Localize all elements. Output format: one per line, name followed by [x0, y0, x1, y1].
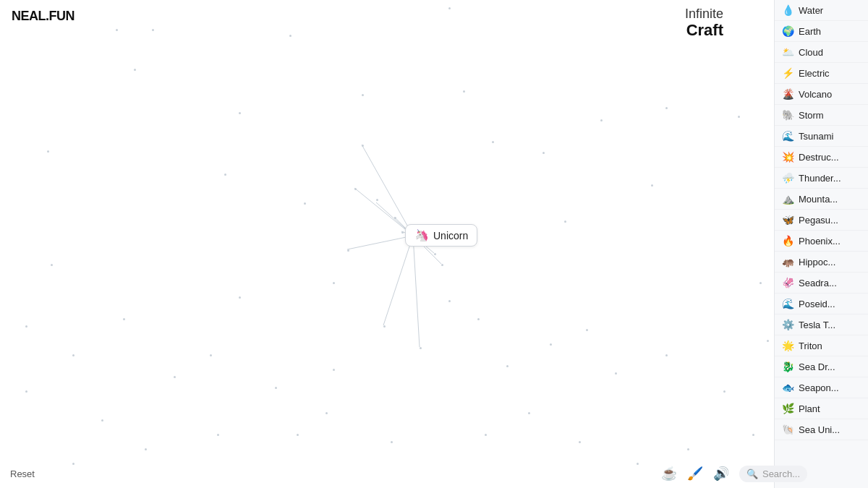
- background-dot: [304, 202, 306, 205]
- sidebar-item-15[interactable]: ⚙️Tesla T...: [775, 314, 868, 335]
- background-dot: [174, 376, 176, 378]
- background-dot: [376, 199, 378, 201]
- background-dot: [687, 448, 689, 450]
- item-label: Sea Dr...: [799, 361, 835, 372]
- sidebar-item-7[interactable]: 💥Destruc...: [775, 147, 868, 168]
- item-emoji: 🦛: [782, 256, 794, 267]
- sidebar-item-11[interactable]: 🔥Phoenix...: [775, 231, 868, 252]
- background-dot: [217, 434, 219, 436]
- background-dot: [333, 282, 335, 284]
- reset-button[interactable]: Reset: [10, 468, 35, 479]
- background-dot: [326, 412, 328, 414]
- background-dot: [485, 434, 487, 436]
- background-dot: [394, 217, 396, 219]
- background-dot: [506, 365, 509, 367]
- item-emoji: 🔥: [782, 235, 794, 247]
- sidebar-item-19[interactable]: 🌿Plant: [775, 398, 868, 419]
- coffee-icon[interactable]: ☕: [661, 466, 677, 481]
- item-label: Storm: [799, 110, 824, 121]
- background-dot: [239, 296, 241, 299]
- item-emoji: 🌟: [782, 340, 794, 351]
- item-label: Destruc...: [799, 152, 839, 163]
- sidebar-item-6[interactable]: 🌊Tsunami: [775, 126, 868, 147]
- sidebar-item-18[interactable]: 🐟Seapon...: [775, 377, 868, 398]
- background-dot: [383, 325, 386, 328]
- item-emoji: ⚙️: [782, 319, 794, 330]
- item-label: Earth: [799, 26, 821, 37]
- background-dot: [434, 253, 436, 255]
- item-label: Mounta...: [799, 194, 838, 205]
- item-label: Plant: [799, 403, 820, 414]
- unicorn-element[interactable]: 🦄 Unicorn: [405, 224, 477, 247]
- item-emoji: 💧: [782, 4, 794, 16]
- sidebar-item-3[interactable]: ⚡Electric: [775, 63, 868, 84]
- svg-line-5: [354, 188, 413, 236]
- background-dot: [564, 221, 566, 223]
- item-emoji: ⛰️: [782, 193, 794, 205]
- background-dot: [448, 7, 451, 9]
- item-label: Tesla T...: [799, 320, 835, 330]
- brand-logo[interactable]: NEAL.FUN: [12, 9, 75, 24]
- background-dot: [134, 69, 136, 71]
- item-label: Triton: [799, 341, 822, 351]
- sidebar: 💧Water🌍Earth🌥️Cloud⚡Electric🌋Volcano🐘Sto…: [774, 0, 868, 488]
- bottom-bar: Reset ☕ 🖌️ 🔊 🔍 Search...: [0, 459, 817, 488]
- sidebar-item-0[interactable]: 💧Water: [775, 0, 868, 21]
- sidebar-item-16[interactable]: 🌟Triton: [775, 335, 868, 356]
- item-label: Water: [799, 5, 823, 16]
- sidebar-item-5[interactable]: 🐘Storm: [775, 105, 868, 126]
- item-emoji: 🦑: [782, 277, 794, 288]
- item-emoji: 🌊: [782, 130, 794, 142]
- background-dot: [72, 354, 75, 356]
- craft-canvas[interactable]: 🦄 Unicorn NEAL.FUN Infinite Craft Reset …: [0, 0, 817, 488]
- background-dot: [289, 35, 292, 37]
- item-emoji: ⛈️: [782, 172, 794, 184]
- background-dot: [333, 369, 335, 371]
- brush-icon[interactable]: 🖌️: [687, 466, 703, 481]
- background-dot: [767, 340, 769, 342]
- svg-line-4: [362, 145, 413, 236]
- background-dot: [25, 390, 27, 393]
- app-logo: Infinite Craft: [685, 7, 723, 39]
- background-dot: [152, 29, 154, 31]
- background-dot: [51, 264, 53, 266]
- sidebar-item-10[interactable]: 🦋Pegasu...: [775, 210, 868, 231]
- sidebar-item-14[interactable]: 🌊Poseid...: [775, 294, 868, 314]
- background-dot: [239, 112, 241, 114]
- sidebar-item-13[interactable]: 🦑Seadra...: [775, 273, 868, 294]
- item-emoji: 🐚: [782, 424, 794, 435]
- sidebar-item-12[interactable]: 🦛Hippoc...: [775, 252, 868, 273]
- sound-icon[interactable]: 🔊: [713, 466, 729, 481]
- background-dot: [297, 434, 299, 436]
- background-dot: [665, 107, 668, 109]
- background-dot: [145, 448, 147, 450]
- sidebar-item-8[interactable]: ⛈️Thunder...: [775, 168, 868, 189]
- item-label: Seadra...: [799, 278, 837, 288]
- background-dot: [362, 145, 364, 147]
- sidebar-item-4[interactable]: 🌋Volcano: [775, 84, 868, 105]
- background-dot: [528, 412, 530, 414]
- bottom-icons: ☕ 🖌️ 🔊 🔍 Search...: [661, 466, 807, 482]
- background-dot: [579, 441, 581, 443]
- item-label: Seapon...: [799, 382, 839, 393]
- background-dot: [25, 325, 27, 328]
- sidebar-item-20[interactable]: 🐚Sea Uni...: [775, 419, 868, 440]
- background-dot: [651, 184, 653, 187]
- background-dot: [441, 264, 443, 266]
- item-emoji: 🌋: [782, 88, 794, 100]
- search-box[interactable]: 🔍 Search...: [739, 466, 807, 482]
- background-dot: [542, 152, 545, 154]
- sidebar-item-2[interactable]: 🌥️Cloud: [775, 42, 868, 63]
- background-dot: [752, 434, 754, 436]
- item-emoji: 🦋: [782, 214, 794, 226]
- search-icon: 🔍: [746, 468, 758, 479]
- item-label: Hippoc...: [799, 257, 835, 267]
- background-dot: [354, 188, 357, 190]
- item-label: Sea Uni...: [799, 424, 840, 435]
- background-dot: [477, 318, 480, 320]
- sidebar-item-17[interactable]: 🐉Sea Dr...: [775, 356, 868, 377]
- background-dot: [275, 387, 277, 389]
- sidebar-item-9[interactable]: ⛰️Mounta...: [775, 189, 868, 210]
- sidebar-item-1[interactable]: 🌍Earth: [775, 21, 868, 42]
- logo-line2: Craft: [685, 22, 723, 39]
